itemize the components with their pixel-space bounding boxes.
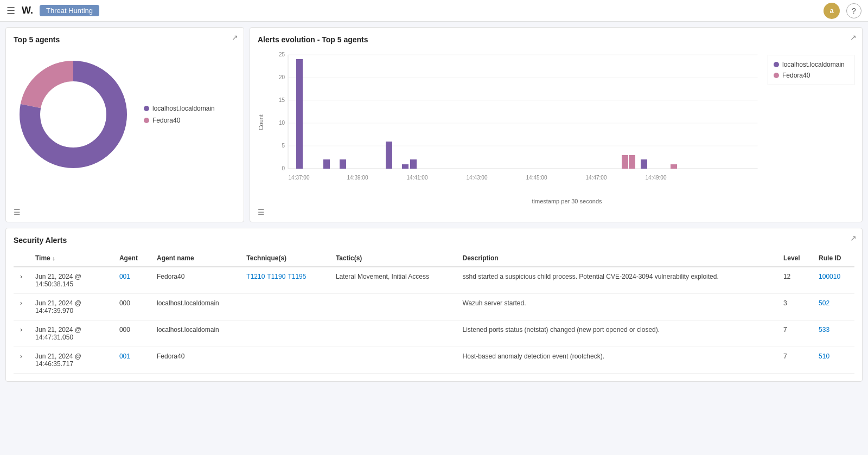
bar-legend-label-localhost: localhost.localdomain [782,61,845,68]
cell-agent: 000 [113,321,150,347]
svg-text:14:43:00: 14:43:00 [467,175,488,181]
bar-chart-svg: 0 5 10 15 20 25 [266,49,768,190]
technique-badge[interactable]: T1190 [267,273,285,280]
cell-rule-id[interactable]: 510 [812,347,854,374]
legend-dot-localhost [144,106,149,111]
cell-rule-id[interactable]: 502 [812,294,854,321]
cell-level: 7 [777,321,812,347]
main-content: Top 5 agents ↗ loc [0,22,868,387]
alerts-expand-icon[interactable]: ↗ [850,234,857,242]
cell-agent-name: localhost.localdomain [150,321,240,347]
row-expand-cell[interactable]: › [14,347,29,374]
agent-link[interactable]: 001 [119,273,130,280]
svg-text:5: 5 [282,143,285,149]
legend-item-fedora: Fedora40 [144,117,215,124]
agent-link[interactable]: 001 [119,353,130,360]
rule-id-link[interactable]: 533 [819,326,829,334]
th-techniques: Technique(s) [240,250,329,267]
donut-content: localhost.localdomain Fedora40 [14,49,236,180]
cell-agent[interactable]: 001 [113,347,150,374]
legend-label-fedora: Fedora40 [152,117,180,124]
bar-localhost-7 [641,159,647,169]
svg-text:20: 20 [279,74,285,80]
th-tactics: Tactic(s) [329,250,456,267]
donut-list-icon[interactable]: ☰ [14,208,21,216]
bar-legend-dot-fedora [774,73,779,78]
donut-chart [14,55,133,174]
th-expand [14,250,29,267]
svg-point-3 [41,82,106,147]
legend-dot-fedora [144,118,149,123]
bar-fedora-3 [671,164,677,169]
cell-rule-id[interactable]: 533 [812,321,854,347]
svg-text:0: 0 [282,165,285,171]
cell-time: Jun 21, 2024 @ 14:46:35.717 [29,347,113,374]
bar-legend-fedora: Fedora40 [774,72,848,79]
svg-text:14:39:00: 14:39:00 [347,175,368,181]
cell-techniques [240,321,329,347]
cell-description: Wazuh server started. [456,294,777,321]
bar-fedora-2 [629,155,635,169]
app-title-badge: Threat Hunting [40,5,99,16]
alerts-panel: Security Alerts ↗ Time ↓ Agent Agent nam… [5,228,863,382]
technique-badge[interactable]: T1195 [288,273,306,280]
header: ☰ W. Threat Hunting a ? [0,0,868,22]
help-icon[interactable]: ? [846,3,861,18]
cell-tactics [329,321,456,347]
alerts-panel-title: Security Alerts [14,236,854,245]
cell-agent: 000 [113,294,150,321]
rule-id-link[interactable]: 502 [819,299,829,307]
y-axis-label: Count [258,114,264,130]
cell-description: Listened ports status (netstat) changed … [456,321,777,347]
svg-text:14:37:00: 14:37:00 [289,175,310,181]
cell-time: Jun 21, 2024 @ 14:47:31.050 [29,321,113,347]
th-rule-id: Rule ID [812,250,854,267]
bar-legend-label-fedora: Fedora40 [782,72,810,79]
menu-icon[interactable]: ☰ [7,5,15,17]
th-time[interactable]: Time ↓ [29,250,113,267]
row-expand-cell[interactable]: › [14,321,29,347]
th-agent: Agent [113,250,150,267]
logo: W. [22,5,33,16]
cell-description: Host-based anomaly detection event (root… [456,347,777,374]
donut-legend: localhost.localdomain Fedora40 [144,105,215,124]
cell-techniques [240,347,329,374]
svg-text:14:49:00: 14:49:00 [646,175,667,181]
table-row: ›Jun 21, 2024 @ 14:47:31.050000localhost… [14,321,854,347]
rule-id-link[interactable]: 510 [819,353,829,360]
th-level: Level [777,250,812,267]
cell-tactics: Lateral Movement, Initial Access [329,267,456,294]
rule-id-link[interactable]: 100010 [819,273,840,280]
avatar[interactable]: a [824,3,840,19]
bar-localhost-5 [402,164,409,169]
legend-label-localhost: localhost.localdomain [152,105,215,112]
bar-fedora-1 [622,155,628,169]
cell-level: 12 [777,267,812,294]
bar-localhost-3 [340,159,346,169]
row-expand-cell[interactable]: › [14,294,29,321]
svg-text:25: 25 [279,52,285,57]
bar-expand-icon[interactable]: ↗ [850,33,857,42]
cell-agent-name: Fedora40 [150,267,240,294]
sort-icon: ↓ [52,255,55,261]
table-row: ›Jun 21, 2024 @ 14:47:39.970000localhost… [14,294,854,321]
donut-expand-icon[interactable]: ↗ [232,33,238,42]
bar-legend-dot-localhost [774,62,779,67]
table-row: ›Jun 21, 2024 @ 14:50:38.145001Fedora40T… [14,267,854,294]
svg-text:14:45:00: 14:45:00 [526,175,547,181]
svg-text:15: 15 [279,97,285,103]
bar-localhost-2 [323,159,330,169]
cell-rule-id[interactable]: 100010 [812,267,854,294]
cell-description: sshd started a suspicious child process.… [456,267,777,294]
header-right: a ? [824,3,861,19]
x-axis-label: timestamp per 30 seconds [279,198,854,204]
row-expand-cell[interactable]: › [14,267,29,294]
bar-list-icon[interactable]: ☰ [258,208,265,216]
cell-techniques[interactable]: T1210T1190T1195 [240,267,329,294]
bar-panel: Alerts evolution - Top 5 agents ↗ Count [250,27,863,222]
technique-badge[interactable]: T1210 [246,273,265,280]
svg-text:14:41:00: 14:41:00 [407,175,428,181]
table-row: ›Jun 21, 2024 @ 14:46:35.717001Fedora40H… [14,347,854,374]
cell-agent[interactable]: 001 [113,267,150,294]
donut-panel-title: Top 5 agents [14,35,236,44]
